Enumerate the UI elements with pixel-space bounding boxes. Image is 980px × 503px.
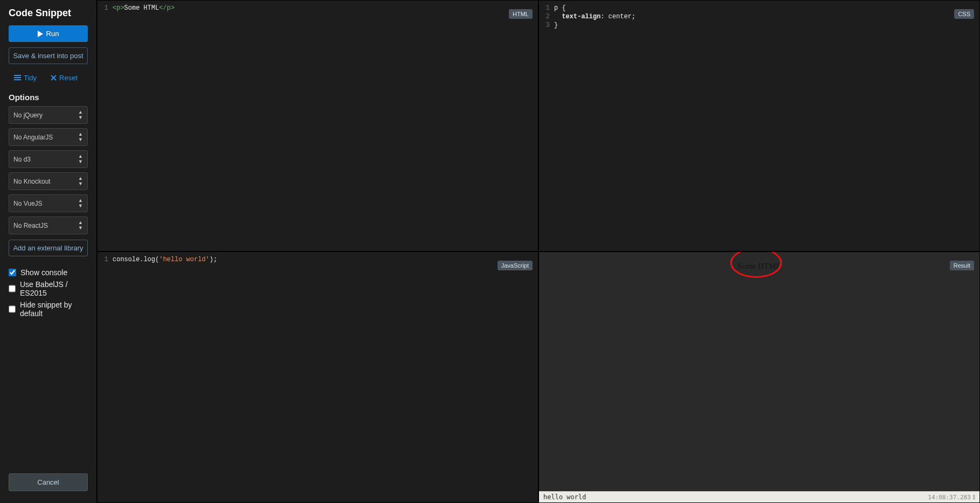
select-caret-icon: ▲▼ [78,154,83,164]
css-pane-label: CSS [954,9,974,19]
sidebar: Code Snippet Run Save & insert into post… [0,0,97,503]
checkbox-row-1[interactable]: Use BabelJS / ES2015 [9,280,88,297]
select-caret-icon: ▲▼ [78,198,83,208]
main-grid: HTML 1<p>Some HTML</p> CSS 1p {2 text-al… [97,0,980,503]
code-line[interactable]: 1p { [539,4,979,12]
js-pane[interactable]: JavaScript 1console.log('hello world'); [97,251,538,503]
code-line[interactable]: 1console.log('hello world'); [97,255,538,264]
checkbox-label: Show console [20,268,67,277]
js-code[interactable]: 1console.log('hello world'); [97,252,538,267]
library-select-4[interactable]: No VueJS▲▼ [9,194,88,212]
result-pane: Result Some HTML hello world 14:08:37.28… [538,251,980,503]
cancel-button[interactable]: Cancel [9,473,88,491]
play-icon [38,31,43,37]
html-pane[interactable]: HTML 1<p>Some HTML</p> [97,0,538,251]
select-caret-icon: ▲▼ [78,220,83,230]
code-content[interactable]: } [554,21,558,30]
select-value: No AngularJS [13,134,53,141]
code-content[interactable]: p { [554,4,566,12]
tidy-button[interactable]: Tidy [14,74,37,82]
console-output: hello world [543,493,586,501]
html-pane-label: HTML [509,9,533,19]
select-value: No VueJS [13,200,43,207]
cancel-label: Cancel [37,478,59,486]
library-select-0[interactable]: No jQuery▲▼ [9,106,88,124]
stepper-icon[interactable]: ▲▼ [973,494,975,500]
run-button-label: Run [46,30,59,38]
result-output-text: Some HTML [738,262,781,271]
link-row: Tidy Reset [14,74,88,82]
code-content[interactable]: <p>Some HTML</p> [113,4,174,12]
code-content[interactable]: text-align: center; [554,12,635,21]
options-title: Options [9,93,88,102]
html-code[interactable]: 1<p>Some HTML</p> [97,1,538,16]
line-number: 1 [97,4,113,12]
select-value: No jQuery [13,111,43,119]
tidy-label: Tidy [24,74,37,82]
line-number: 3 [539,21,554,30]
select-caret-icon: ▲▼ [78,176,83,186]
checkbox-1[interactable] [9,285,16,292]
add-library-label: Add an external library [13,244,83,252]
console-time-value: 14:08:37.283 [928,494,970,501]
select-caret-icon: ▲▼ [78,132,83,142]
checkbox-label: Hide snippet by default [20,301,88,318]
console-bar: hello world 14:08:37.283 ▲▼ [539,491,979,502]
code-line[interactable]: 3} [539,21,979,30]
console-timestamp: 14:08:37.283 ▲▼ [928,494,975,501]
save-insert-label: Save & insert into post [13,52,83,60]
select-caret-icon: ▲▼ [78,110,83,120]
select-value: No Knockout [13,178,51,185]
css-pane[interactable]: CSS 1p {2 text-align: center;3} [538,0,980,251]
app-title: Code Snippet [9,8,88,19]
checkbox-0[interactable] [9,269,16,276]
select-value: No d3 [13,156,31,163]
add-library-button[interactable]: Add an external library [9,240,88,256]
tidy-icon [14,75,21,81]
select-value: No ReactJS [13,222,48,229]
code-line[interactable]: 1<p>Some HTML</p> [97,4,538,12]
js-pane-label: JavaScript [498,261,533,270]
code-line[interactable]: 2 text-align: center; [539,12,979,21]
checkbox-2[interactable] [9,305,16,313]
result-body: Some HTML [539,252,979,491]
checkbox-label: Use BabelJS / ES2015 [20,280,88,297]
reset-label: Reset [59,74,78,82]
reset-button[interactable]: Reset [51,74,78,82]
library-select-5[interactable]: No ReactJS▲▼ [9,216,88,234]
close-icon [51,75,57,81]
library-select-3[interactable]: No Knockout▲▼ [9,172,88,190]
line-number: 2 [539,12,554,21]
checkbox-row-2[interactable]: Hide snippet by default [9,301,88,318]
run-button[interactable]: Run [9,25,88,42]
code-content[interactable]: console.log('hello world'); [113,255,217,264]
checkbox-row-0[interactable]: Show console [9,268,88,277]
line-number: 1 [539,4,554,12]
save-insert-button[interactable]: Save & insert into post [9,47,88,64]
options-selects: No jQuery▲▼No AngularJS▲▼No d3▲▼No Knock… [9,106,88,239]
line-number: 1 [97,255,113,264]
checkbox-group: Show consoleUse BabelJS / ES2015Hide sni… [9,268,88,321]
css-code[interactable]: 1p {2 text-align: center;3} [539,1,979,33]
library-select-2[interactable]: No d3▲▼ [9,150,88,168]
library-select-1[interactable]: No AngularJS▲▼ [9,128,88,146]
